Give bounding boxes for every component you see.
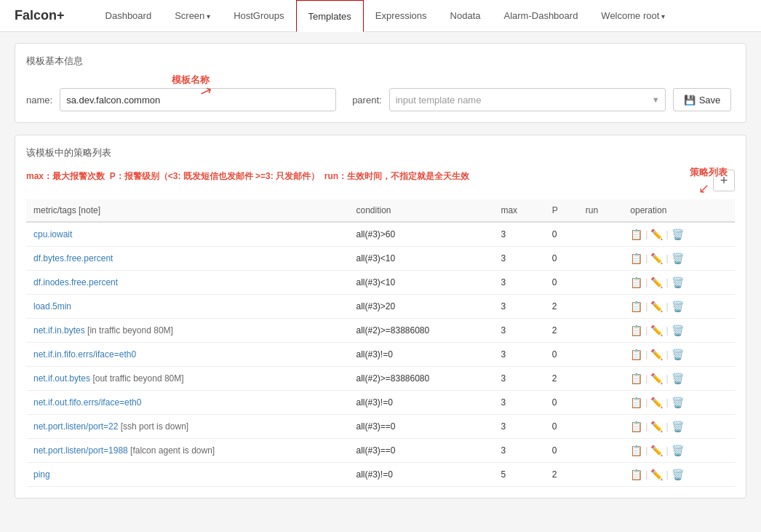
edit-icon-1[interactable]: ✏️: [650, 253, 663, 264]
delete-icon-9[interactable]: 🗑️: [672, 445, 684, 456]
cell-metric-3: load.5min: [26, 295, 348, 319]
nav-item-screen[interactable]: Screen: [163, 0, 222, 32]
copy-icon-4[interactable]: 📋: [630, 325, 642, 336]
save-button[interactable]: 💾 Save: [673, 88, 732, 111]
copy-icon-6[interactable]: 📋: [630, 373, 642, 384]
strategy-title: 该模板中的策略列表: [26, 146, 735, 159]
main-content: 模板基本信息 模板名称 ↙ name: parent: input templa…: [0, 32, 761, 521]
name-label: name:: [26, 95, 52, 106]
copy-icon-0[interactable]: 📋: [630, 229, 642, 240]
cell-run-1: [578, 247, 623, 271]
cell-run-5: [578, 343, 623, 367]
nav-item-dashboard[interactable]: Dashboard: [94, 0, 164, 32]
cell-metric-2: df.inodes.free.percent: [26, 271, 348, 295]
edit-icon-3[interactable]: ✏️: [650, 301, 663, 312]
cell-metric-7: net.if.out.fifo.errs/iface=eth0: [26, 391, 348, 415]
copy-icon-3[interactable]: 📋: [630, 301, 642, 312]
action-icons-7: 📋 | ✏️ | 🗑️: [630, 397, 728, 408]
brand: Falcon+: [15, 8, 65, 23]
cell-operation-6: 📋 | ✏️ | 🗑️: [623, 367, 735, 391]
copy-icon-7[interactable]: 📋: [630, 397, 642, 408]
metric-link-10[interactable]: ping: [33, 469, 50, 480]
metric-link-1[interactable]: df.bytes.free.percent: [33, 253, 113, 263]
cell-run-3: [578, 295, 623, 319]
cell-metric-8: net.port.listen/port=22 [ssh port is dow…: [26, 415, 348, 439]
table-row: net.port.listen/port=22 [ssh port is dow…: [26, 415, 735, 439]
copy-icon-10[interactable]: 📋: [630, 469, 642, 480]
nav-item-templates[interactable]: Templates: [296, 0, 364, 32]
edit-icon-7[interactable]: ✏️: [650, 397, 663, 408]
table-header-row: metric/tags [note]conditionmaxPrunoperat…: [26, 199, 735, 222]
action-icons-1: 📋 | ✏️ | 🗑️: [630, 253, 728, 264]
table-row: net.if.in.bytes [in traffic beyond 80M]a…: [26, 319, 735, 343]
delete-icon-7[interactable]: 🗑️: [672, 397, 684, 408]
nav-item-alarm-dashboard[interactable]: Alarm-Dashboard: [492, 0, 589, 32]
metric-link-8[interactable]: net.port.listen/port=22: [33, 421, 118, 432]
edit-icon-10[interactable]: ✏️: [650, 469, 663, 480]
delete-icon-5[interactable]: 🗑️: [672, 349, 684, 360]
edit-icon-9[interactable]: ✏️: [650, 445, 663, 456]
edit-icon-5[interactable]: ✏️: [650, 349, 663, 360]
parent-select[interactable]: input template name: [389, 88, 666, 111]
col-header-metric_tags: metric/tags [note]: [26, 199, 348, 222]
nav-item-hostgroups[interactable]: HostGroups: [222, 0, 295, 32]
metric-link-0[interactable]: cpu.iowait: [33, 229, 72, 239]
nav-item-welcome-root[interactable]: Welcome root: [589, 0, 677, 32]
cell-run-8: [578, 415, 623, 439]
metric-link-6[interactable]: net.if.out.bytes: [33, 373, 90, 384]
cell-p-1: 0: [545, 247, 578, 271]
metric-link-3[interactable]: load.5min: [33, 301, 71, 311]
delete-icon-10[interactable]: 🗑️: [672, 469, 684, 480]
copy-icon-5[interactable]: 📋: [630, 349, 642, 360]
metric-link-2[interactable]: df.inodes.free.percent: [33, 277, 118, 287]
parent-select-wrapper: input template name ▼: [389, 88, 666, 111]
table-row: net.port.listen/port=1988 [falcon agent …: [26, 439, 735, 463]
edit-icon-4[interactable]: ✏️: [650, 325, 663, 336]
metric-note-9: [falcon agent is down]: [130, 445, 215, 456]
edit-icon-8[interactable]: ✏️: [650, 421, 663, 432]
basic-info-form: name: parent: input template name ▼ 💾 Sa…: [26, 88, 735, 111]
delete-icon-2[interactable]: 🗑️: [672, 277, 684, 288]
cell-metric-6: net.if.out.bytes [out traffic beyond 80M…: [26, 367, 348, 391]
strategy-table: metric/tags [note]conditionmaxPrunoperat…: [26, 199, 735, 487]
hint-run: run：生效时间，不指定就是全天生效: [324, 171, 469, 181]
metric-link-7[interactable]: net.if.out.fifo.errs/iface=eth0: [33, 397, 141, 408]
edit-icon-2[interactable]: ✏️: [650, 277, 663, 288]
table-head: metric/tags [note]conditionmaxPrunoperat…: [26, 199, 735, 222]
metric-link-4[interactable]: net.if.in.bytes: [33, 325, 85, 336]
delete-icon-0[interactable]: 🗑️: [672, 229, 684, 240]
copy-icon-2[interactable]: 📋: [630, 277, 642, 288]
delete-icon-8[interactable]: 🗑️: [672, 421, 684, 432]
table-row: df.bytes.free.percentall(#3)<1030 📋 | ✏️…: [26, 247, 735, 271]
col-header-condition: condition: [348, 199, 493, 222]
copy-icon-8[interactable]: 📋: [630, 421, 642, 432]
name-input[interactable]: [60, 88, 336, 111]
nav-item-nodata[interactable]: Nodata: [439, 0, 493, 32]
edit-icon-6[interactable]: ✏️: [650, 373, 663, 384]
delete-icon-1[interactable]: 🗑️: [672, 253, 684, 264]
delete-icon-3[interactable]: 🗑️: [672, 301, 684, 312]
cell-max-6: 3: [493, 367, 544, 391]
nav-item-expressions[interactable]: Expressions: [364, 0, 439, 32]
hint-max: max：最大报警次数: [26, 171, 105, 181]
action-icons-2: 📋 | ✏️ | 🗑️: [630, 277, 728, 288]
cell-condition-9: all(#3)==0: [348, 439, 493, 463]
delete-icon-6[interactable]: 🗑️: [672, 373, 684, 384]
cell-operation-4: 📋 | ✏️ | 🗑️: [623, 319, 735, 343]
copy-icon-9[interactable]: 📋: [630, 445, 642, 456]
cell-p-9: 0: [545, 439, 578, 463]
strategy-annotation-arrow: ↙: [698, 180, 709, 196]
metric-link-9[interactable]: net.port.listen/port=1988: [33, 445, 128, 456]
copy-icon-1[interactable]: 📋: [630, 253, 642, 264]
action-icons-6: 📋 | ✏️ | 🗑️: [630, 373, 728, 384]
metric-link-5[interactable]: net.if.in.fifo.errs/iface=eth0: [33, 349, 136, 360]
cell-max-0: 3: [493, 222, 544, 247]
cell-run-6: [578, 367, 623, 391]
cell-run-7: [578, 391, 623, 415]
cell-condition-7: all(#3)!=0: [348, 391, 493, 415]
cell-condition-6: all(#2)>=83886080: [348, 367, 493, 391]
edit-icon-0[interactable]: ✏️: [650, 229, 663, 240]
delete-icon-4[interactable]: 🗑️: [672, 325, 684, 336]
save-icon: 💾: [684, 95, 696, 106]
cell-run-10: [578, 463, 623, 487]
